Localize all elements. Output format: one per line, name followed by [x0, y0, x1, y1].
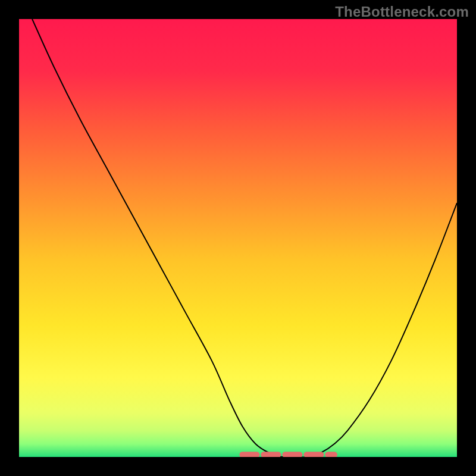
- chart-svg: [19, 19, 457, 457]
- chart-frame: TheBottleneck.com: [0, 0, 476, 476]
- gradient-background: [19, 19, 457, 457]
- plot-area: [19, 19, 457, 457]
- watermark-text: TheBottleneck.com: [335, 4, 469, 20]
